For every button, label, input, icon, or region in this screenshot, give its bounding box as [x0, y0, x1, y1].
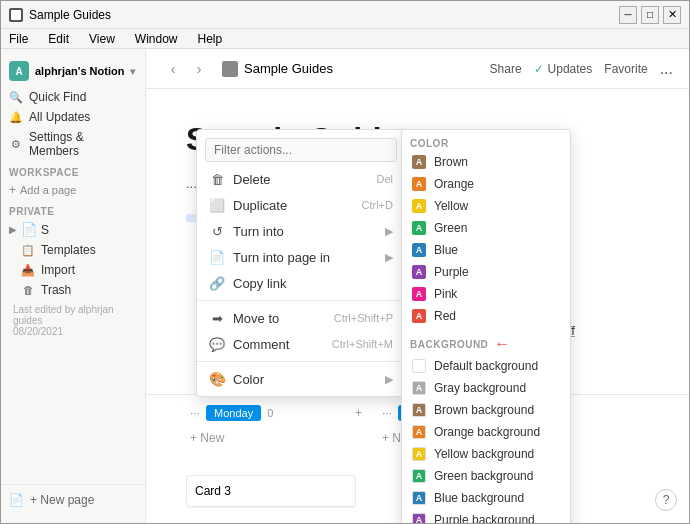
- sidebar-item-all-updates[interactable]: 🔔 All Updates: [1, 107, 145, 127]
- sidebar-item-settings[interactable]: ⚙ Settings & Members: [1, 127, 145, 161]
- color-item-blue[interactable]: A Blue: [402, 239, 570, 261]
- sidebar-item-quick-find[interactable]: 🔍 Quick Find: [1, 87, 145, 107]
- kanban-add-icon-monday[interactable]: +: [355, 406, 362, 420]
- menu-item-delete-label: Delete: [233, 172, 271, 187]
- close-button[interactable]: ✕: [663, 6, 681, 24]
- bg-item-default-bg[interactable]: A Default background: [402, 355, 570, 377]
- background-label: BACKGROUND: [410, 339, 488, 350]
- bg-item-purple-bg[interactable]: A Purple background: [402, 509, 570, 523]
- import-icon: 📥: [21, 263, 35, 277]
- sidebar-bottom: 📄 + New page: [1, 484, 145, 515]
- turn-into-page-arrow: ▶: [385, 251, 393, 264]
- settings-icon: ⚙: [9, 137, 23, 151]
- workspace-header[interactable]: A alphrjan's Notion ▾: [1, 57, 145, 87]
- kanban-more-monday[interactable]: ···: [190, 406, 200, 420]
- workspace-chevron: ▾: [130, 66, 135, 77]
- new-label-monday: + New: [190, 431, 224, 445]
- sidebar-item-s[interactable]: ▶ 📄 S: [1, 219, 145, 240]
- sidebar: A alphrjan's Notion ▾ 🔍 Quick Find 🔔 All…: [1, 49, 146, 523]
- share-button[interactable]: Share: [490, 62, 522, 76]
- turn-into-page-icon: 📄: [209, 249, 225, 265]
- page-icon: [222, 61, 238, 77]
- bg-item-orange-bg[interactable]: A Orange background: [402, 421, 570, 443]
- window-title: Sample Guides: [29, 8, 111, 22]
- nav-buttons: ‹ ›: [162, 58, 210, 80]
- kanban-new-monday[interactable]: + New: [186, 427, 366, 449]
- app-window: Sample Guides ─ □ ✕ File Edit View Windo…: [0, 0, 690, 524]
- minimize-button[interactable]: ─: [619, 6, 637, 24]
- color-label-brown: Brown: [434, 155, 468, 169]
- page-breadcrumb: Sample Guides: [222, 61, 333, 77]
- new-page-label: + New page: [30, 493, 94, 507]
- color-item-pink[interactable]: A Pink: [402, 283, 570, 305]
- menu-help[interactable]: Help: [194, 32, 227, 46]
- add-icon: +: [9, 183, 16, 197]
- new-page-icon: 📄: [9, 493, 24, 507]
- sidebar-label-all-updates: All Updates: [29, 110, 90, 124]
- bg-swatch-blue-bg: A: [412, 491, 426, 505]
- sidebar-item-s-label: S: [41, 223, 49, 237]
- back-button[interactable]: ‹: [162, 58, 184, 80]
- menu-item-copy-link[interactable]: 🔗 Copy link: [197, 270, 405, 296]
- color-item-yellow[interactable]: A Yellow: [402, 195, 570, 217]
- menu-file[interactable]: File: [5, 32, 32, 46]
- menu-item-duplicate[interactable]: ⬜ Duplicate Ctrl+D: [197, 192, 405, 218]
- main-content: ‹ › Sample Guides Share ✓ Updates Favori…: [146, 49, 689, 523]
- sidebar-item-trash[interactable]: 🗑 Trash: [1, 280, 145, 300]
- filter-input[interactable]: [205, 138, 397, 162]
- color-submenu: COLOR A Brown A Orange A Yellow A Green …: [401, 129, 571, 523]
- more-options-button[interactable]: ...: [660, 60, 673, 78]
- menu-window[interactable]: Window: [131, 32, 182, 46]
- menu-item-delete[interactable]: 🗑 Delete Del: [197, 166, 405, 192]
- bg-swatch-brown-bg: A: [412, 403, 426, 417]
- color-item-orange[interactable]: A Orange: [402, 173, 570, 195]
- color-label-yellow: Yellow: [434, 199, 468, 213]
- menu-item-copy-link-label: Copy link: [233, 276, 286, 291]
- kanban-header-monday: ··· Monday 0 +: [186, 399, 366, 427]
- delete-shortcut: Del: [376, 173, 393, 185]
- menu-item-comment[interactable]: 💬 Comment Ctrl+Shift+M: [197, 331, 405, 357]
- bg-item-yellow-bg[interactable]: A Yellow background: [402, 443, 570, 465]
- add-page-button[interactable]: + Add a page: [1, 180, 145, 200]
- menu-item-color[interactable]: 🎨 Color ▶: [197, 366, 405, 392]
- check-icon: ✓: [534, 62, 544, 76]
- menu-item-turn-into-page[interactable]: 📄 Turn into page in ▶: [197, 244, 405, 270]
- bg-item-green-bg[interactable]: A Green background: [402, 465, 570, 487]
- menu-item-turn-into-page-label: Turn into page in: [233, 250, 330, 265]
- menu-edit[interactable]: Edit: [44, 32, 73, 46]
- menu-bar: File Edit View Window Help: [1, 29, 689, 49]
- color-item-red[interactable]: A Red: [402, 305, 570, 327]
- color-item-purple[interactable]: A Purple: [402, 261, 570, 283]
- maximize-button[interactable]: □: [641, 6, 659, 24]
- sidebar-label-quick-find: Quick Find: [29, 90, 86, 104]
- sidebar-item-templates[interactable]: 📋 Templates: [1, 240, 145, 260]
- kanban-more-tuesday[interactable]: ···: [382, 406, 392, 420]
- bg-item-blue-bg[interactable]: A Blue background: [402, 487, 570, 509]
- search-icon: 🔍: [9, 90, 23, 104]
- menu-item-turn-into[interactable]: ↺ Turn into ▶: [197, 218, 405, 244]
- color-item-brown[interactable]: A Brown: [402, 151, 570, 173]
- workspace-name: alphrjan's Notion: [35, 65, 124, 77]
- menu-item-move-to-label: Move to: [233, 311, 279, 326]
- color-item-green[interactable]: A Green: [402, 217, 570, 239]
- last-edited-date: 08/20/2021: [13, 326, 133, 337]
- help-button[interactable]: ?: [655, 489, 677, 511]
- menu-item-move-to[interactable]: ➡ Move to Ctrl+Shift+P: [197, 305, 405, 331]
- red-arrow-indicator: ←: [494, 335, 511, 353]
- menu-view[interactable]: View: [85, 32, 119, 46]
- color-items: A Brown A Orange A Yellow A Green A Blue…: [402, 151, 570, 327]
- sidebar-item-import[interactable]: 📥 Import: [1, 260, 145, 280]
- new-page-button[interactable]: 📄 + New page: [9, 489, 137, 511]
- favorite-button[interactable]: Favorite: [604, 62, 647, 76]
- kanban-tag-monday[interactable]: Monday: [206, 405, 261, 421]
- color-arrow: ▶: [385, 373, 393, 386]
- forward-button[interactable]: ›: [188, 58, 210, 80]
- bg-item-brown-bg[interactable]: A Brown background: [402, 399, 570, 421]
- bg-item-gray-bg[interactable]: A Gray background: [402, 377, 570, 399]
- move-to-icon: ➡: [209, 310, 225, 326]
- workspace-section-label: WORKSPACE: [1, 161, 145, 180]
- sidebar-label-settings: Settings & Members: [29, 130, 137, 158]
- menu-item-comment-label: Comment: [233, 337, 289, 352]
- move-to-shortcut: Ctrl+Shift+P: [334, 312, 393, 324]
- updates-button[interactable]: ✓ Updates: [534, 62, 593, 76]
